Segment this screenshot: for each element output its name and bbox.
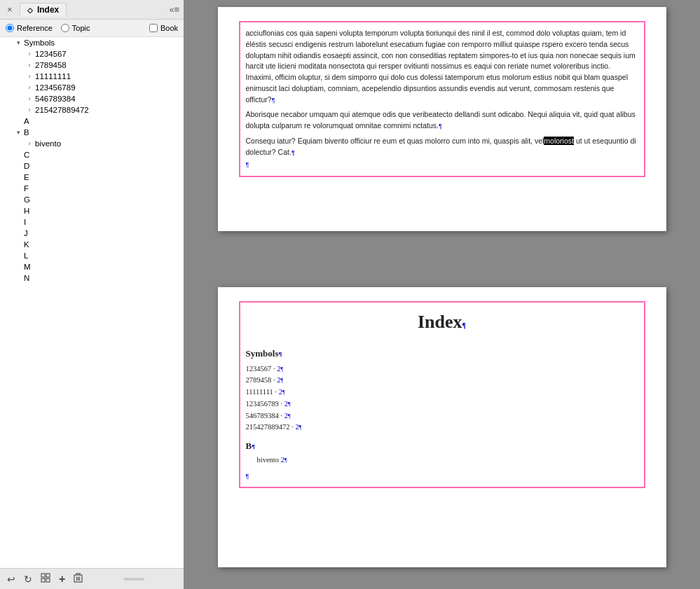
tree-item-letter-J[interactable]: J <box>0 228 184 239</box>
tab-index[interactable]: ◇ Index <box>20 3 67 17</box>
tree-toggle-H <box>14 207 22 214</box>
svg-rect-3 <box>46 578 50 582</box>
tree-toggle-symbols: ▾ <box>14 39 22 46</box>
page-divider <box>198 245 686 273</box>
tree-label-546789384: 546789384 <box>35 95 76 103</box>
tree-item-letter-A[interactable]: A <box>0 116 184 127</box>
tree-toggle-2789458: › <box>25 62 34 69</box>
tree-label-F: F <box>24 184 29 193</box>
tree-item-symbols[interactable]: ▾ Symbols <box>0 37 184 48</box>
checkbox-book[interactable]: Book <box>149 24 178 32</box>
tree-item-letter-H[interactable]: H <box>0 205 184 216</box>
tree-item-letter-B[interactable]: ▾ B <box>0 127 184 138</box>
entry-marker-123456789: ¶ <box>288 401 291 408</box>
panel-tabs: ◇ Index <box>20 3 167 17</box>
radio-reference[interactable]: Reference <box>6 24 53 32</box>
panel-filter-row: Reference Topic Book <box>0 20 184 37</box>
tree-label-symbols: Symbols <box>24 39 55 47</box>
tree-item-letter-C[interactable]: C <box>0 149 184 160</box>
tree-item-letter-G[interactable]: G <box>0 194 184 205</box>
checkbox-book-input[interactable] <box>149 24 158 32</box>
symbols-title-text: Symbols <box>246 348 279 359</box>
tree-item-letter-N[interactable]: N <box>0 272 184 284</box>
tree-label-G: G <box>24 195 30 204</box>
tree-label-L: L <box>24 251 28 260</box>
entry-marker-bivento: ¶ <box>284 457 287 464</box>
panel-titlebar: × ◇ Index « ≡ <box>0 0 184 20</box>
radio-topic-input[interactable] <box>61 24 69 32</box>
tree-toggle-N <box>14 275 22 282</box>
text-box-pink-2: Index¶ Symbols¶ 1234567 · 2¶ 2789458 · 2… <box>239 301 645 488</box>
panel-collapse-button[interactable]: « <box>170 5 174 15</box>
tree-label-H: H <box>24 207 29 215</box>
tree-item-letter-M[interactable]: M <box>0 261 184 272</box>
tree-item-letter-K[interactable]: K <box>0 239 184 250</box>
tree-toggle-K <box>14 241 22 248</box>
tree-item-11111111[interactable]: › 11111111 <box>0 71 184 82</box>
panel-menu-button[interactable]: ≡ <box>174 4 179 15</box>
panel-drag-handle <box>123 578 144 581</box>
tree-toggle-F <box>14 185 22 192</box>
toolbar-refresh-button[interactable]: ↻ <box>21 572 35 586</box>
tree-label-J: J <box>24 229 28 237</box>
main-content-area: acciuflonias cos quia sapeni volupta tem… <box>184 0 700 589</box>
page-2-content: Index¶ Symbols¶ 1234567 · 2¶ 2789458 · 2… <box>218 287 666 502</box>
tree-label-123456789: 123456789 <box>35 83 76 92</box>
tree-item-2789458[interactable]: › 2789458 <box>0 60 184 71</box>
tree-item-bivento[interactable]: › bivento <box>0 138 184 149</box>
tree-item-215427889472[interactable]: › 215427889472 <box>0 104 184 116</box>
svg-rect-1 <box>46 574 50 577</box>
index-page-title: Index¶ <box>246 308 638 335</box>
index-entry-123456789: 123456789 · 2¶ <box>246 399 638 410</box>
entry-marker-1234567: ¶ <box>280 366 283 373</box>
page-1-content: acciuflonias cos quia sapeni volupta tem… <box>218 7 666 191</box>
radio-reference-label: Reference <box>17 24 53 32</box>
page-num-123456789: 2 <box>282 400 288 408</box>
tab-index-icon: ◇ <box>27 6 33 14</box>
tree-item-letter-L[interactable]: L <box>0 250 184 261</box>
tree-toggle-J <box>14 230 22 237</box>
document-page-1: acciuflonias cos quia sapeni volupta tem… <box>218 7 666 231</box>
tree-label-2789458: 2789458 <box>35 61 67 69</box>
radio-topic[interactable]: Topic <box>61 24 90 32</box>
tree-label-A: A <box>24 117 29 125</box>
tree-item-letter-E[interactable]: E <box>0 172 184 183</box>
tree-label-E: E <box>24 173 29 181</box>
toolbar-settings-button[interactable] <box>38 571 53 586</box>
tree-label-11111111: 11111111 <box>35 72 71 81</box>
tree-item-letter-I[interactable]: I <box>0 216 184 228</box>
svg-rect-2 <box>41 578 45 582</box>
tree-toggle-546789384: › <box>25 95 34 102</box>
toolbar-add-button[interactable]: + <box>56 572 68 586</box>
tree-label-B: B <box>24 128 29 137</box>
checkbox-book-label: Book <box>160 24 178 32</box>
tree-label-I: I <box>24 218 26 226</box>
toolbar-delete-button[interactable] <box>71 571 85 586</box>
entry-marker-546789384: ¶ <box>288 413 291 420</box>
tree-label-M: M <box>24 263 31 271</box>
tree-item-1234567[interactable]: › 1234567 <box>0 48 184 60</box>
highlighted-word-moloriost: moloriost <box>544 137 574 145</box>
tree-item-letter-D[interactable]: D <box>0 160 184 172</box>
page1-paragraph-3: Consequ iatur? Equiam bivento officiur r… <box>246 136 638 158</box>
page-container: acciuflonias cos quia sapeni volupta tem… <box>184 0 700 589</box>
text-box-pink-1: acciuflonias cos quia sapeni volupta tem… <box>239 21 645 177</box>
tree-item-546789384[interactable]: › 546789384 <box>0 93 184 104</box>
index-entry-215427889472: 215427889472 · 2¶ <box>246 422 638 434</box>
page1-paragraph-2: Aborisque necabor umquam qui atemque odi… <box>246 109 638 132</box>
tree-toggle-E <box>14 174 22 181</box>
tree-item-letter-F[interactable]: F <box>0 183 184 194</box>
tree-toggle-M <box>14 263 22 270</box>
radio-topic-label: Topic <box>72 24 90 32</box>
toolbar-back-button[interactable]: ↩ <box>4 572 18 586</box>
panel-close-button[interactable]: × <box>4 4 15 15</box>
letter-B-marker: ¶ <box>252 443 255 450</box>
entry-marker-11111111: ¶ <box>282 389 285 396</box>
page1-paragraph-1: acciuflonias cos quia sapeni volupta tem… <box>246 28 638 105</box>
index-entry-2789458: 2789458 · 2¶ <box>246 375 638 387</box>
index-letter-B-section: B¶ <box>246 439 638 453</box>
tree-item-123456789[interactable]: › 123456789 <box>0 82 184 93</box>
radio-reference-input[interactable] <box>6 24 14 32</box>
index-page-blue-marker: ¶ <box>246 472 638 482</box>
index-panel: × ◇ Index « ≡ Reference Topic Book ▾ Sym… <box>0 0 184 589</box>
